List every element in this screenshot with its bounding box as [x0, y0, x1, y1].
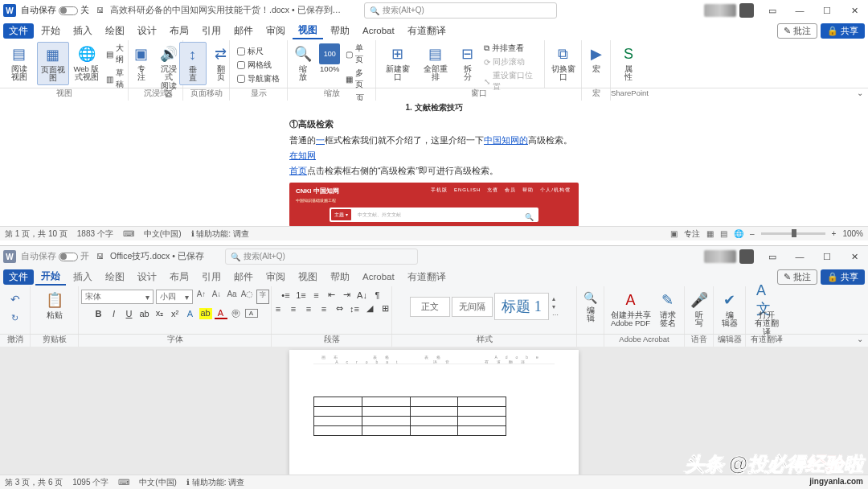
- minimize-button[interactable]: —: [786, 1, 813, 20]
- menu-design[interactable]: 设计: [132, 269, 162, 285]
- menu-layout[interactable]: 布局: [164, 269, 194, 285]
- multi-page-button[interactable]: ▦ 多页: [344, 67, 372, 91]
- save-icon[interactable]: 🖫: [94, 5, 105, 16]
- macros-button[interactable]: ▶宏: [583, 42, 609, 75]
- minimize-button[interactable]: —: [786, 247, 813, 266]
- style-no-spacing[interactable]: 无间隔: [452, 297, 493, 317]
- collapse-ribbon-icon[interactable]: ⌄: [857, 88, 863, 97]
- create-pdf-button[interactable]: A创建并共享Adobe PDF: [608, 288, 653, 330]
- shading-button[interactable]: ◢: [363, 303, 376, 314]
- account-avatar[interactable]: [739, 3, 754, 18]
- style-expand-icon[interactable]: ⋯: [552, 311, 559, 318]
- menu-draw[interactable]: 绘图: [100, 23, 130, 39]
- style-down-icon[interactable]: ▾: [552, 303, 559, 310]
- zoom-100-button[interactable]: 100100%: [317, 42, 342, 75]
- align-center-button[interactable]: ≡: [287, 304, 300, 314]
- switch-windows-button[interactable]: ⧉切换窗口: [549, 42, 578, 84]
- status-language[interactable]: 中文(中国): [144, 228, 182, 240]
- search-box[interactable]: 🔍 搜索(Alt+Q): [364, 2, 557, 18]
- font-name-dropdown[interactable]: 宋体▾: [81, 290, 154, 304]
- bullets-button[interactable]: •≡: [280, 290, 293, 300]
- menu-insert[interactable]: 插入: [68, 23, 98, 39]
- toggle-off-icon[interactable]: [59, 6, 78, 15]
- enclose-char-button[interactable]: ㊥: [230, 307, 243, 319]
- document-table[interactable]: [313, 397, 506, 436]
- outline-button[interactable]: ▤ 大纲: [104, 42, 125, 66]
- bold-button[interactable]: B: [92, 309, 105, 318]
- search-box-2[interactable]: 🔍 搜索(Alt+Q): [225, 249, 418, 265]
- menu-home[interactable]: 开始: [35, 23, 66, 39]
- sort-button[interactable]: A↓: [356, 290, 369, 300]
- menu-view[interactable]: 视图: [293, 23, 323, 39]
- char-border-button[interactable]: A: [245, 309, 258, 318]
- vertical-button[interactable]: ↕垂直: [179, 42, 207, 85]
- style-normal[interactable]: 正文: [410, 297, 450, 317]
- menu-help[interactable]: 帮助: [325, 23, 355, 39]
- document-area-1[interactable]: 1. 文献检索技巧 ①高级检索 普通的一框式检索我们就不介绍了，这里介绍一下中国…: [0, 101, 868, 241]
- sync-scroll-button[interactable]: ⟳ 同步滚动: [482, 55, 541, 68]
- menu-help[interactable]: 帮助: [325, 269, 355, 285]
- comments-button[interactable]: ✎ 批注: [777, 23, 817, 39]
- status-words[interactable]: 1883 个字: [77, 228, 113, 240]
- undo-icon[interactable]: ↶: [7, 291, 23, 307]
- focus-button[interactable]: ▣专注: [129, 42, 154, 84]
- menu-layout[interactable]: 布局: [164, 23, 194, 39]
- read-mode-icon[interactable]: ▤: [720, 229, 727, 238]
- style-heading1[interactable]: 标题 1: [494, 293, 549, 320]
- superscript-button[interactable]: x²: [169, 309, 182, 318]
- dictate-button[interactable]: 🎤听写: [686, 288, 712, 330]
- doc-link-1[interactable]: 一: [316, 135, 325, 145]
- new-window-button[interactable]: ⊞新建窗口: [379, 42, 416, 84]
- doc-link-3[interactable]: 在知网: [289, 150, 316, 160]
- highlight-button[interactable]: ab: [199, 308, 212, 319]
- menu-acrobat[interactable]: Acrobat: [357, 24, 400, 37]
- borders-button[interactable]: ⊞: [379, 303, 391, 314]
- one-page-button[interactable]: ▢ 单页: [344, 42, 372, 66]
- menu-file[interactable]: 文件: [3, 269, 34, 285]
- share-button[interactable]: 🔒 共享: [821, 269, 865, 285]
- multilevel-button[interactable]: ≡: [310, 290, 323, 300]
- zoom-out-icon[interactable]: –: [750, 229, 755, 238]
- status-accessibility-2[interactable]: ℹ 辅助功能: 调查: [186, 477, 244, 488]
- print-layout-icon[interactable]: ▦: [706, 229, 714, 238]
- zoom-in-icon[interactable]: +: [832, 229, 837, 238]
- align-justify-button[interactable]: ≡: [317, 304, 330, 314]
- keyboard-icon[interactable]: ⌨: [118, 478, 129, 487]
- distribute-button[interactable]: ⇔: [333, 303, 346, 314]
- draft-button[interactable]: ▥ 草稿: [104, 67, 125, 91]
- menu-design[interactable]: 设计: [132, 23, 162, 39]
- autosave-toggle[interactable]: 自动保存 关: [21, 5, 89, 16]
- doc-link-4[interactable]: 首页: [289, 166, 307, 175]
- ribbon-mode-button[interactable]: ▭: [759, 1, 786, 20]
- gridlines-checkbox[interactable]: 网格线: [235, 59, 281, 72]
- print-layout-button[interactable]: ▦页面视图: [37, 42, 69, 85]
- collapse-ribbon-icon[interactable]: ⌄: [857, 335, 863, 343]
- status-page-2[interactable]: 第 3 页，共 6 页: [5, 477, 63, 488]
- maximize-button[interactable]: ☐: [813, 247, 841, 266]
- italic-button[interactable]: I: [108, 309, 121, 318]
- menu-home[interactable]: 开始: [35, 269, 66, 286]
- subscript-button[interactable]: x₂: [154, 308, 166, 318]
- nav-pane-checkbox[interactable]: 导航窗格: [235, 72, 281, 85]
- zoom-slider[interactable]: [761, 232, 825, 235]
- line-spacing-button[interactable]: ↕≡: [348, 304, 361, 314]
- font-size-dropdown[interactable]: 小四▾: [156, 290, 193, 304]
- youdao-translate-button[interactable]: A文打开有道翻译: [749, 288, 784, 338]
- align-right-button[interactable]: ≡: [302, 304, 315, 314]
- ruler-checkbox[interactable]: 标尺: [235, 45, 281, 58]
- style-up-icon[interactable]: ▴: [552, 295, 559, 302]
- indent-left-button[interactable]: ⇤: [326, 290, 338, 300]
- menu-references[interactable]: 引用: [196, 269, 227, 285]
- web-layout-button[interactable]: 🌐Web 版式视图: [71, 42, 103, 84]
- underline-button[interactable]: U: [123, 309, 136, 318]
- menu-review[interactable]: 审阅: [260, 23, 291, 39]
- menu-draw[interactable]: 绘图: [100, 269, 130, 285]
- font-color-button[interactable]: A: [215, 308, 227, 319]
- phonetic-icon[interactable]: 字: [256, 290, 269, 304]
- request-signature-button[interactable]: ✎请求签名: [655, 288, 681, 330]
- shrink-font-icon[interactable]: A↓: [211, 290, 223, 304]
- keyboard-icon[interactable]: ⌨: [123, 229, 134, 238]
- share-button[interactable]: 🔒 共享: [821, 23, 865, 39]
- menu-acrobat[interactable]: Acrobat: [357, 270, 400, 283]
- properties-button[interactable]: S属性: [616, 42, 641, 84]
